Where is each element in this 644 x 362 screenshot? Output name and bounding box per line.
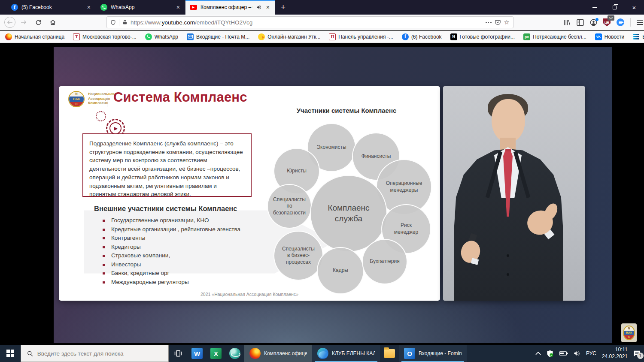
tray-expand-icon[interactable] — [535, 352, 541, 355]
tab-whatsapp[interactable]: WhatsApp × — [96, 0, 185, 15]
defender-shield-icon[interactable] — [547, 350, 553, 357]
edge-taskbar-button[interactable]: КЛУБ ЕЛЕНЫ КАЛЕ... — [312, 345, 380, 362]
restore-button[interactable] — [605, 0, 624, 15]
list-item: Страховые компании, — [102, 251, 240, 260]
definition-textbox: Подразделение Комплаенс (служба комплаен… — [82, 133, 252, 197]
excel-taskbar-icon[interactable]: X — [207, 345, 225, 362]
tab-label: (5) Facebook — [21, 4, 83, 10]
taskbar-clock[interactable]: 10:11 24.02.2021 — [602, 347, 628, 360]
bookmark-mtpp[interactable]: ТМосковская торгово-... — [73, 33, 137, 40]
lock-icon[interactable] — [122, 19, 128, 25]
word-taskbar-icon[interactable]: W — [188, 345, 207, 362]
bookmark-photos[interactable]: ЯГотовые фотографии... — [450, 33, 515, 40]
slide-title: Система Комплаенс — [113, 90, 247, 105]
reload-button[interactable] — [32, 16, 45, 28]
home-button[interactable] — [46, 16, 59, 28]
toolbar-icons: ЦБ 52 — [563, 18, 643, 27]
battery-icon[interactable] — [559, 351, 568, 356]
sidebar-icon[interactable] — [577, 19, 584, 26]
bookmark-shop[interactable]: Онлайн-магазин Утк... — [258, 33, 320, 40]
vk-icon: VK — [595, 33, 602, 40]
bookmark-px[interactable]: pxПотрясающие беспл... — [523, 33, 586, 40]
duck-icon — [258, 33, 265, 40]
tab-strip: f (5) Facebook × WhatsApp × ▶ Комплаенс … — [0, 0, 644, 15]
outlook-taskbar-button[interactable]: O Входящие - Fomin... — [399, 345, 467, 362]
window-controls: × — [585, 0, 644, 15]
bookmark-facebook[interactable]: f(6) Facebook — [402, 33, 442, 40]
diagram-heading: Участники системы Комплаенс — [261, 107, 432, 114]
bookmark-mail[interactable]: Входящие - Почта М... — [187, 33, 249, 40]
firefox-icon — [249, 348, 261, 359]
whatsapp-icon — [100, 4, 107, 11]
divider — [107, 90, 107, 107]
bookmark-vtb[interactable]: ВТБ-Онлайн — [633, 33, 644, 40]
bookmark-news[interactable]: VKНовости — [595, 33, 624, 40]
notification-center-icon[interactable]: 1 — [633, 350, 641, 357]
task-view-button[interactable] — [169, 345, 188, 362]
facebook-icon: f — [402, 33, 409, 40]
list-item: Кредиторы — [102, 243, 240, 252]
bookmark-admin-panel[interactable]: ППанель управления -... — [329, 33, 393, 40]
tracking-shield-icon[interactable] — [110, 19, 116, 26]
close-window-button[interactable]: × — [624, 0, 644, 15]
yandex-icon: Я — [450, 33, 457, 40]
account-icon[interactable] — [590, 19, 597, 26]
bookmark-whatsapp[interactable]: WhatsApp — [145, 33, 178, 40]
file-explorer-button[interactable] — [380, 345, 399, 362]
minimize-button[interactable] — [585, 0, 605, 15]
page-actions-icon[interactable] — [486, 22, 492, 23]
zoom-extension-icon[interactable] — [617, 18, 624, 26]
list-item: Инвесторы — [102, 260, 240, 269]
pocket-icon[interactable] — [495, 19, 501, 26]
language-indicator[interactable]: РУС — [586, 350, 596, 356]
close-tab-icon[interactable]: × — [265, 4, 270, 11]
list-item: Международные регуляторы — [102, 278, 240, 287]
time: 10:11 — [602, 347, 628, 353]
tab-youtube-active[interactable]: ▶ Комплаенс офицер – чем × — [185, 0, 275, 15]
divider — [630, 18, 631, 27]
start-button[interactable] — [0, 345, 21, 362]
forward-button[interactable] — [17, 16, 30, 28]
speaker-icon[interactable] — [574, 350, 580, 356]
close-tab-icon[interactable]: × — [176, 4, 181, 11]
divider — [119, 19, 119, 26]
bookmark-home[interactable]: Начальная страница — [5, 33, 64, 40]
back-button[interactable] — [4, 17, 15, 28]
video-player-area[interactable]: N НАК С Национальная Ассоциация Комплаен… — [0, 43, 644, 345]
facebook-icon: f — [11, 4, 18, 11]
tab-facebook[interactable]: f (5) Facebook × — [7, 0, 96, 15]
presenter-photo — [443, 86, 585, 301]
whatsapp-icon — [145, 33, 152, 40]
extension-shield-icon[interactable]: ЦБ 52 — [603, 18, 611, 27]
menu-icon[interactable] — [637, 20, 643, 24]
teal-globe-app-icon[interactable] — [225, 345, 244, 362]
folder-icon — [384, 349, 395, 358]
nak-watermark-logo: N НАК С — [621, 323, 637, 342]
close-tab-icon[interactable]: × — [86, 4, 91, 11]
extension-badge: 52 — [608, 15, 614, 21]
list-item: Государственные организации, КНО — [102, 216, 240, 225]
url-text[interactable]: https://www.youtube.com/embed/iTQYtHO2Vc… — [131, 19, 483, 26]
library-icon[interactable] — [563, 19, 571, 26]
nak-logo: N НАК С — [68, 91, 85, 107]
diagram-circle-business-process-specialists: Специалисты в бизнес- процессах — [273, 231, 323, 281]
new-tab-button[interactable]: + — [275, 0, 292, 15]
navigation-toolbar: https://www.youtube.com/embed/iTQYtHO2Vc… — [0, 15, 644, 30]
taskbar-search[interactable] — [21, 345, 169, 362]
association-name: Национальная Ассоциация Комплаенс — [88, 92, 115, 106]
search-icon — [27, 350, 33, 357]
presenter-face — [492, 99, 525, 143]
url-bar[interactable]: https://www.youtube.com/embed/iTQYtHO2Vc… — [106, 16, 513, 28]
search-input[interactable] — [37, 350, 162, 357]
system-tray: РУС 10:11 24.02.2021 1 — [535, 345, 644, 362]
bookmark-star-icon[interactable]: ☆ — [504, 18, 510, 26]
external-participants-list: Государственные организации, КНО Кредитн… — [102, 216, 240, 287]
tab-audio-icon[interactable] — [256, 5, 262, 10]
firefox-taskbar-button[interactable]: Комплаенс офице... — [244, 345, 312, 362]
outlook-icon: O — [404, 348, 415, 359]
diagram-circle-accounting: Бухгалтерия — [362, 239, 407, 284]
list-item: Банки, кредитные орг — [102, 269, 240, 278]
slide-footer: 2021 «Национальная Ассоциация Комплаенс» — [59, 292, 440, 297]
video-frame[interactable]: N НАК С Национальная Ассоциация Комплаен… — [54, 47, 612, 343]
windows-taskbar: W X Комплаенс офице... КЛУБ ЕЛЕНЫ КАЛЕ..… — [0, 345, 644, 362]
